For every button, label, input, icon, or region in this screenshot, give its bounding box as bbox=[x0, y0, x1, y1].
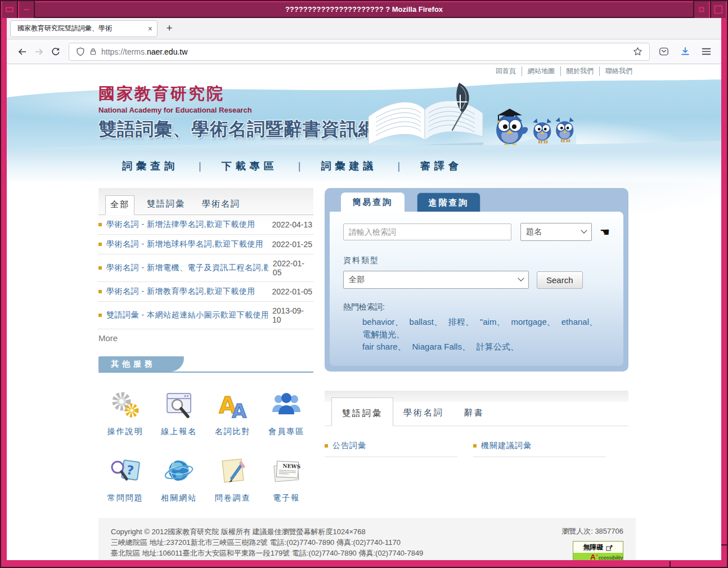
hot-keyword[interactable]: fair share、 bbox=[362, 342, 406, 351]
link-home[interactable]: 回首頁 bbox=[490, 66, 522, 76]
service-label[interactable]: 名詞比對 bbox=[206, 427, 260, 437]
main-nav: 詞彙查詢 下載專區 詞彙建議 審譯會 bbox=[7, 150, 721, 181]
link-sitemap[interactable]: 網站地圖 bbox=[522, 66, 560, 76]
window-restore-button[interactable] bbox=[693, 1, 710, 18]
window-minimize-button[interactable] bbox=[18, 1, 35, 18]
tab-close-icon[interactable]: × bbox=[148, 24, 152, 33]
news-item[interactable]: 學術名詞 - 新增電機、電子及資訊工程名詞,歡 2022-01-05 bbox=[98, 254, 313, 282]
members-icon bbox=[260, 387, 314, 420]
news-item[interactable]: 雙語詞彙 - 本網站超連結小圖示歡迎下載使用 2013-09-10 bbox=[98, 302, 313, 329]
tab-simple-search[interactable]: 簡易查詢 bbox=[341, 193, 405, 212]
url-text[interactable]: https://terms.naer.edu.tw bbox=[101, 47, 187, 56]
service-survey[interactable]: 問卷調查 bbox=[206, 454, 260, 503]
letters-compare-icon: A A bbox=[206, 387, 260, 420]
url-bar[interactable]: https://terms.naer.edu.tw bbox=[69, 43, 650, 61]
bookmark-star-icon[interactable] bbox=[633, 47, 642, 56]
page-viewport: 回首頁網站地圖關於我們聯絡我們 國家教育研究院 National Academy… bbox=[7, 64, 721, 560]
news-item[interactable]: 學術名詞 - 新增法律學名詞,歡迎下載使用 2022-04-13 bbox=[98, 215, 313, 235]
resize-handle[interactable] bbox=[721, 544, 727, 545]
service-faq[interactable]: ? 常問問題 bbox=[98, 454, 152, 503]
back-button[interactable] bbox=[14, 43, 30, 60]
hot-keyword[interactable]: ethanal、 bbox=[561, 317, 597, 327]
tab-advanced-search[interactable]: 進階查詢 bbox=[417, 193, 480, 212]
search-field-select[interactable]: 題名 bbox=[520, 223, 592, 241]
hot-keyword[interactable]: mortgage、 bbox=[511, 317, 555, 327]
hot-keywords-line2: fair share、Niagara Falls、計算公式、 bbox=[362, 341, 610, 353]
bullet-icon bbox=[473, 444, 477, 448]
window-menu-button[interactable] bbox=[1, 1, 18, 18]
resize-handle[interactable] bbox=[669, 561, 671, 567]
link-agency-suggested-terms[interactable]: 機關建議詞彙 bbox=[473, 441, 606, 457]
tab-dictionaries[interactable]: 辭書 bbox=[454, 402, 495, 426]
news-tab-academic[interactable]: 學術名詞 bbox=[197, 195, 245, 214]
nav-term-suggest[interactable]: 詞彙建議 bbox=[282, 159, 381, 173]
utility-nav: 回首頁網站地圖關於我們聯絡我們 bbox=[7, 64, 721, 78]
hot-keyword[interactable]: Niagara Falls、 bbox=[412, 342, 470, 351]
lock-icon[interactable] bbox=[89, 47, 97, 56]
copyright-line: Copyright © 2012國家教育研究院 版權所有 建議最佳瀏覽螢幕解析度… bbox=[111, 526, 502, 537]
nav-review-board[interactable]: 審譯會 bbox=[381, 159, 466, 173]
search-button[interactable]: Search bbox=[537, 271, 583, 289]
pocket-icon[interactable] bbox=[659, 47, 669, 56]
service-related-sites[interactable]: 相關網站 bbox=[152, 454, 206, 503]
window-titlebar[interactable]: ?????????????????????? ? Mozilla Firefox bbox=[1, 1, 727, 18]
news-tab-all[interactable]: 全部 bbox=[105, 195, 134, 215]
reload-button[interactable] bbox=[47, 43, 64, 60]
hot-keyword[interactable]: ballast、 bbox=[410, 317, 442, 327]
bullet-icon bbox=[325, 444, 328, 448]
accessibility-badge[interactable]: 無障礙 A+ccessibility bbox=[573, 541, 623, 560]
site-logo[interactable]: 國家教育研究院 National Academy for Educational… bbox=[98, 83, 377, 142]
nav-downloads[interactable]: 下載專區 bbox=[182, 159, 282, 173]
service-user-guide[interactable]: 操作說明 bbox=[98, 387, 152, 437]
news-link[interactable]: 學術名詞 - 新增教育學名詞,歡迎下載使用 bbox=[106, 287, 255, 297]
news-link[interactable]: 雙語詞彙 - 本網站超連結小圖示歡迎下載使用 bbox=[106, 310, 268, 320]
hot-keyword[interactable]: 電解拋光、 bbox=[362, 329, 405, 339]
news-item[interactable]: 學術名詞 - 新增教育學名詞,歡迎下載使用 2022-01-05 bbox=[98, 282, 313, 302]
hot-keyword[interactable]: 計算公式、 bbox=[477, 342, 519, 351]
browse-link-label[interactable]: 公告詞彙 bbox=[332, 441, 366, 451]
service-term-compare[interactable]: A A 名詞比對 bbox=[206, 387, 260, 437]
news-more-link[interactable]: More bbox=[98, 333, 313, 343]
services-title: 其他服務 bbox=[98, 356, 184, 372]
service-online-registration[interactable]: 線上報名 bbox=[152, 387, 206, 437]
hamburger-menu-icon[interactable] bbox=[702, 47, 711, 56]
service-label[interactable]: 相關網站 bbox=[152, 493, 206, 503]
news-tab-bilingual[interactable]: 雙語詞彙 bbox=[142, 195, 190, 214]
service-label[interactable]: 問卷調查 bbox=[206, 493, 260, 503]
tab-academic-terms[interactable]: 學術名詞 bbox=[393, 402, 454, 426]
link-about[interactable]: 關於我們 bbox=[560, 66, 599, 76]
hand-pointer-icon[interactable]: ☚ bbox=[600, 226, 610, 238]
service-label[interactable]: 會員專區 bbox=[260, 427, 314, 437]
service-label[interactable]: 操作說明 bbox=[98, 427, 152, 437]
link-contact[interactable]: 聯絡我們 bbox=[599, 66, 638, 76]
hot-keyword[interactable]: "aim、 bbox=[480, 317, 505, 327]
search-input[interactable] bbox=[343, 223, 511, 240]
svg-text:NEWS: NEWS bbox=[282, 463, 300, 470]
hot-keywords-line1: behavior、ballast、排程、"aim、mortgage、ethana… bbox=[362, 316, 610, 341]
nav-term-search[interactable]: 詞彙查詢 bbox=[122, 159, 182, 173]
download-icon[interactable] bbox=[680, 47, 690, 56]
hot-keyword[interactable]: 排程、 bbox=[448, 317, 474, 327]
browse-link-label[interactable]: 機關建議詞彙 bbox=[481, 441, 532, 451]
browser-tab[interactable]: 國家教育研究院雙語詞彙、學術 × bbox=[10, 20, 158, 37]
service-label[interactable]: 線上報名 bbox=[152, 427, 206, 437]
news-link[interactable]: 學術名詞 - 新增法律學名詞,歡迎下載使用 bbox=[106, 220, 255, 230]
news-link[interactable]: 學術名詞 - 新增地球科學名詞,歡迎下載使用 bbox=[106, 239, 263, 249]
org-name-zh: 國家教育研究院 bbox=[98, 83, 377, 105]
service-newsletter[interactable]: NEWS 電子報 bbox=[260, 454, 314, 503]
window-maximize-button[interactable] bbox=[710, 1, 727, 18]
news-link[interactable]: 學術名詞 - 新增電機、電子及資訊工程名詞,歡 bbox=[106, 263, 268, 273]
tracking-shield-icon[interactable] bbox=[76, 47, 85, 56]
service-label[interactable]: 電子報 bbox=[260, 493, 314, 503]
news-item[interactable]: 學術名詞 - 新增地球科學名詞,歡迎下載使用 2022-01-25 bbox=[98, 235, 313, 254]
service-member-area[interactable]: 會員專區 bbox=[260, 387, 314, 437]
data-type-select[interactable]: 全部 bbox=[343, 271, 529, 289]
hot-keyword[interactable]: behavior、 bbox=[362, 317, 403, 327]
window-title: ?????????????????????? ? Mozilla Firefox bbox=[35, 1, 693, 18]
service-label[interactable]: 常問問題 bbox=[98, 493, 152, 503]
link-announced-terms[interactable]: 公告詞彙 bbox=[325, 441, 457, 457]
window-menu-icon bbox=[6, 7, 14, 12]
new-tab-button[interactable]: + bbox=[161, 20, 178, 37]
tab-bilingual-terms[interactable]: 雙語詞彙 bbox=[331, 397, 393, 426]
forward-button[interactable] bbox=[30, 43, 47, 60]
